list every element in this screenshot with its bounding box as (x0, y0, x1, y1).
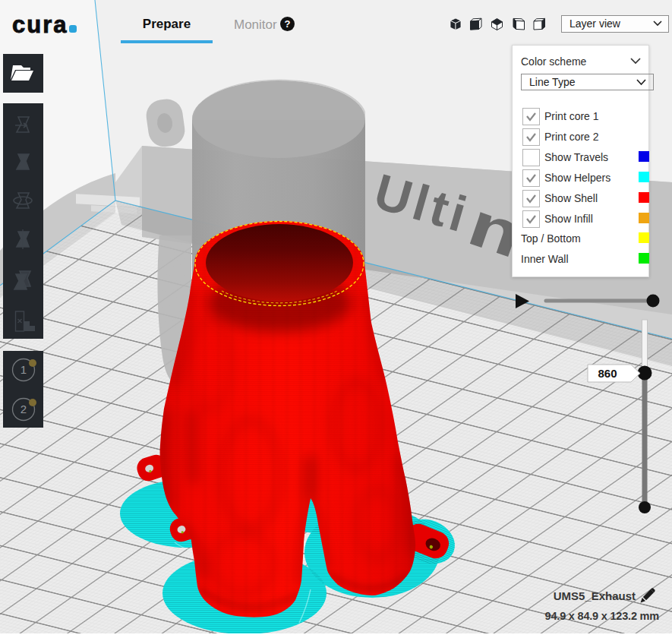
svg-text:2: 2 (21, 403, 27, 415)
svg-text:860: 860 (598, 367, 617, 380)
svg-text:1: 1 (21, 363, 27, 376)
